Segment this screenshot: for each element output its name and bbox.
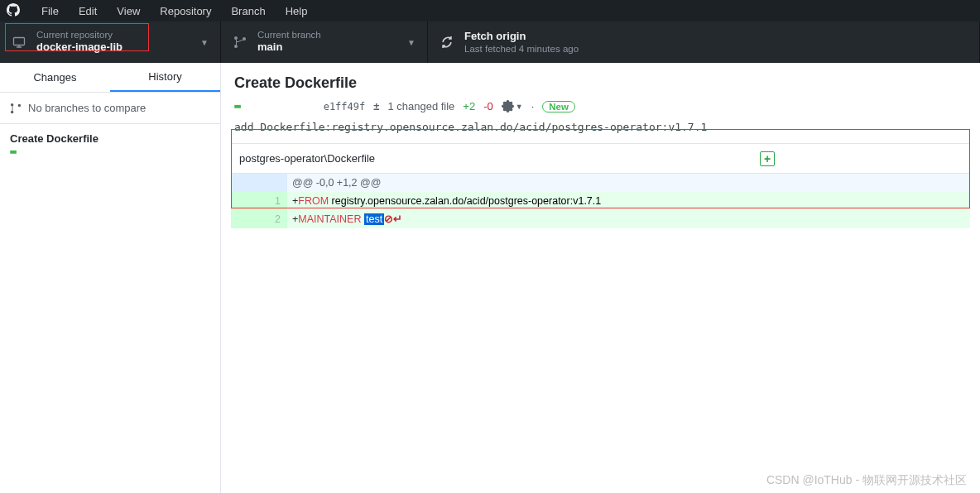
menu-help[interactable]: Help — [276, 5, 318, 17]
diff-line: 1 +FROM registry.opensource.zalan.do/aci… — [231, 192, 970, 210]
compare-text: No branches to compare — [28, 102, 146, 114]
computer-icon — [12, 36, 26, 49]
deletions-count: -0 — [483, 100, 493, 112]
menu-edit[interactable]: Edit — [69, 5, 107, 17]
git-branch-icon — [233, 36, 247, 49]
chevron-down-icon: ▼ — [200, 38, 209, 47]
commit-list-item[interactable]: Create Dockerfile ■■ — [0, 124, 220, 164]
sidebar-tabs: Changes History — [0, 63, 220, 93]
repo-label: Current repository — [36, 30, 194, 41]
menu-branch[interactable]: Branch — [221, 5, 275, 17]
diff-file-path: postgres-operator\Dockerfile — [239, 152, 375, 165]
repo-name: docker-image-lib — [36, 41, 194, 55]
compare-branches-button[interactable]: No branches to compare — [0, 93, 220, 124]
main-content: Create Dockerfile ■■ e1ff49f ± 1 changed… — [221, 63, 980, 493]
menu-view[interactable]: View — [107, 5, 150, 17]
menubar: File Edit View Repository Branch Help — [0, 0, 980, 22]
diff-table: @@ -0,0 +1,2 @@ 1 +FROM registry.opensou… — [231, 174, 970, 228]
current-branch-dropdown[interactable]: Current branch main ▼ — [221, 22, 428, 63]
expand-file-button[interactable]: + — [760, 151, 775, 166]
diff-options-button[interactable]: ▼ — [502, 100, 523, 112]
watermark: CSDN @IoTHub - 物联网开源技术社区 — [766, 473, 967, 488]
sidebar: Changes History No branches to compare C… — [0, 63, 221, 493]
tab-history[interactable]: History — [110, 63, 220, 92]
menu-repository[interactable]: Repository — [150, 5, 221, 17]
github-logo-icon — [7, 3, 20, 19]
fetch-origin-button[interactable]: Fetch origin Last fetched 4 minutes ago — [428, 22, 980, 63]
commit-title: Create Dockerfile — [234, 74, 967, 92]
author-dots-icon: ■■ — [234, 103, 241, 110]
commit-dots-icon: ■■ — [10, 148, 210, 156]
diffstat-icon: ± — [373, 100, 379, 112]
changed-files-text[interactable]: 1 changed file — [387, 100, 454, 112]
sync-icon — [440, 36, 454, 49]
chevron-down-icon: ▼ — [407, 38, 416, 47]
commit-item-title: Create Dockerfile — [10, 132, 210, 145]
diff-view: postgres-operator\Dockerfile + @@ -0,0 +… — [231, 143, 970, 228]
diff-line: 2 +MAINTAINER test⊘↵ — [231, 210, 970, 228]
menu-file[interactable]: File — [31, 5, 69, 17]
commit-meta: ■■ e1ff49f ± 1 changed file +2 -0 ▼ · Ne… — [234, 100, 967, 112]
new-badge: New — [542, 101, 575, 112]
tab-changes[interactable]: Changes — [0, 63, 110, 92]
fetch-title: Fetch origin — [464, 30, 968, 44]
branch-name: main — [257, 41, 401, 55]
diff-file-header[interactable]: postgres-operator\Dockerfile + — [231, 144, 970, 174]
header: Current repository docker-image-lib ▼ Cu… — [0, 22, 980, 63]
fetch-status: Last fetched 4 minutes ago — [464, 44, 968, 55]
diff-hunk-header: @@ -0,0 +1,2 @@ — [231, 174, 970, 192]
current-repository-dropdown[interactable]: Current repository docker-image-lib ▼ — [0, 22, 221, 63]
branch-label: Current branch — [257, 30, 401, 41]
additions-count: +2 — [463, 100, 475, 112]
svg-rect-0 — [14, 38, 25, 45]
commit-message: add Dockerfile:registry.opensource.zalan… — [221, 117, 980, 143]
commit-sha[interactable]: e1ff49f — [324, 101, 366, 112]
